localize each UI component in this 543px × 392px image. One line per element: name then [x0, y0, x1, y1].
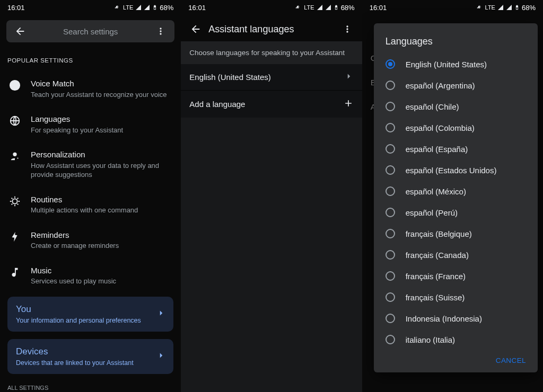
network-lte-label: LTE: [485, 4, 495, 11]
battery-icon: [514, 4, 520, 11]
language-option-label: Indonesia (Indonesia): [406, 314, 482, 323]
radio-icon: [386, 314, 395, 323]
language-option-label: español (Estados Unidos): [406, 166, 497, 175]
routines-icon: [7, 194, 22, 207]
item-title: Routines: [31, 194, 173, 205]
language-option[interactable]: español (Perú): [374, 202, 538, 223]
back-icon[interactable]: [183, 23, 208, 35]
radio-icon: [386, 165, 395, 175]
row-primary-language[interactable]: English (United States): [181, 64, 362, 91]
battery-icon: [334, 4, 339, 11]
network-lte-label: LTE: [123, 4, 133, 11]
radio-icon: [386, 250, 395, 260]
radio-icon: [386, 292, 395, 302]
screen-language-picker: 16:01 LTE 68% C E A Languages English (U…: [362, 0, 543, 392]
screen-assistant-languages: 16:01 LTE 68% Assistant languages Choose…: [181, 0, 362, 392]
item-languages[interactable]: LanguagesFor speaking to your Assistant: [0, 106, 181, 142]
language-option[interactable]: Indonesia (Indonesia): [374, 308, 538, 329]
chevron-right-icon: [344, 72, 354, 83]
chevron-right-icon: [156, 308, 166, 320]
more-icon[interactable]: [150, 26, 171, 37]
item-title: Reminders: [31, 230, 173, 240]
language-options-list: English (United States)español (Argentin…: [374, 54, 538, 350]
search-placeholder: Search settings: [31, 27, 150, 36]
languages-dialog: Languages English (United States)español…: [374, 23, 538, 372]
back-icon[interactable]: [10, 25, 31, 37]
cancel-button[interactable]: CANCEL: [496, 357, 526, 364]
language-option[interactable]: español (Chile): [374, 96, 538, 117]
battery-percent: 68%: [341, 4, 355, 12]
vpn-key-icon: [476, 5, 483, 10]
radio-icon: [386, 271, 395, 281]
language-option[interactable]: français (Belgique): [374, 223, 538, 244]
item-reminders[interactable]: RemindersCreate or manage reminders: [0, 222, 181, 258]
item-voice-match[interactable]: Voice MatchTeach your Assistant to recog…: [0, 71, 181, 106]
empty-area: [181, 118, 362, 392]
radio-icon: [386, 59, 395, 69]
banner-instructions: Choose languages for speaking to your As…: [181, 41, 362, 64]
language-option-label: español (Chile): [406, 102, 459, 111]
status-bar: 16:01 LTE 68%: [362, 0, 543, 15]
language-option[interactable]: français (France): [374, 265, 538, 287]
signal-icon: [135, 4, 142, 11]
add-language-label: Add a language: [189, 100, 245, 109]
item-subtitle: For speaking to your Assistant: [31, 124, 173, 135]
plus-icon: [343, 98, 354, 110]
language-option-label: français (Belgique): [406, 229, 472, 238]
signal-icon-2: [506, 4, 512, 11]
signal-icon-2: [325, 4, 331, 11]
status-time: 16:01: [7, 4, 25, 12]
language-option[interactable]: español (México): [374, 181, 538, 202]
battery-percent: 68%: [522, 4, 536, 12]
signal-icon: [497, 4, 504, 11]
language-option[interactable]: français (Canada): [374, 244, 538, 265]
language-option[interactable]: español (España): [374, 138, 538, 159]
network-lte-label: LTE: [304, 4, 314, 11]
language-option[interactable]: español (Estados Unidos): [374, 159, 538, 181]
radio-icon: [386, 335, 395, 344]
music-note-icon: [7, 265, 22, 278]
language-option-label: español (España): [406, 145, 468, 154]
search-bar[interactable]: Search settings: [6, 20, 174, 42]
reminders-icon: [7, 230, 22, 243]
card-devices[interactable]: Devices Devices that are linked to your …: [7, 339, 173, 374]
more-icon[interactable]: [335, 24, 360, 34]
item-routines[interactable]: RoutinesMultiple actions with one comman…: [0, 187, 181, 222]
status-time: 16:01: [188, 4, 206, 12]
language-option[interactable]: italiano (Italia): [374, 329, 538, 350]
svg-point-1: [12, 199, 17, 203]
screen-assistant-settings: 16:01 LTE 68% Search settings POPULAR SE…: [0, 0, 181, 392]
status-time: 16:01: [370, 4, 387, 12]
language-option[interactable]: español (Argentina): [374, 75, 538, 96]
row-add-language[interactable]: Add a language: [181, 91, 362, 118]
radio-icon: [386, 102, 395, 111]
language-option[interactable]: español (Colombia): [374, 117, 538, 138]
card-title: You: [16, 304, 141, 315]
section-header-popular: POPULAR SETTINGS: [0, 42, 181, 68]
page-title: Assistant languages: [208, 24, 334, 35]
card-you[interactable]: You Your information and personal prefer…: [7, 297, 173, 332]
voice-match-icon: [7, 78, 22, 91]
language-option-label: español (Colombia): [406, 123, 475, 132]
person-settings-icon: [7, 149, 22, 162]
status-bar: 16:01 LTE 68%: [181, 0, 362, 15]
app-bar: Assistant languages: [181, 15, 362, 41]
battery-icon: [152, 4, 157, 11]
signal-icon-2: [144, 4, 150, 11]
dialog-title: Languages: [374, 33, 538, 54]
item-music[interactable]: MusicServices used to play music: [0, 258, 181, 293]
item-personalization[interactable]: PersonalizationHow Assistant uses your d…: [0, 142, 181, 187]
battery-percent: 68%: [160, 4, 173, 12]
language-option-label: français (Suisse): [406, 293, 465, 302]
item-title: Personalization: [31, 149, 173, 160]
item-subtitle: Services used to play music: [31, 275, 173, 286]
globe-icon: [7, 114, 22, 127]
item-subtitle: Teach your Assistant to recognize your v…: [31, 89, 173, 100]
language-option[interactable]: français (Suisse): [374, 287, 538, 308]
language-option-label: italiano (Italia): [406, 335, 455, 344]
radio-icon: [386, 144, 395, 154]
item-title: Languages: [31, 114, 173, 124]
language-option[interactable]: English (United States): [374, 54, 538, 75]
chevron-right-icon: [156, 351, 166, 362]
section-header-all: ALL SETTINGS: [0, 381, 181, 391]
